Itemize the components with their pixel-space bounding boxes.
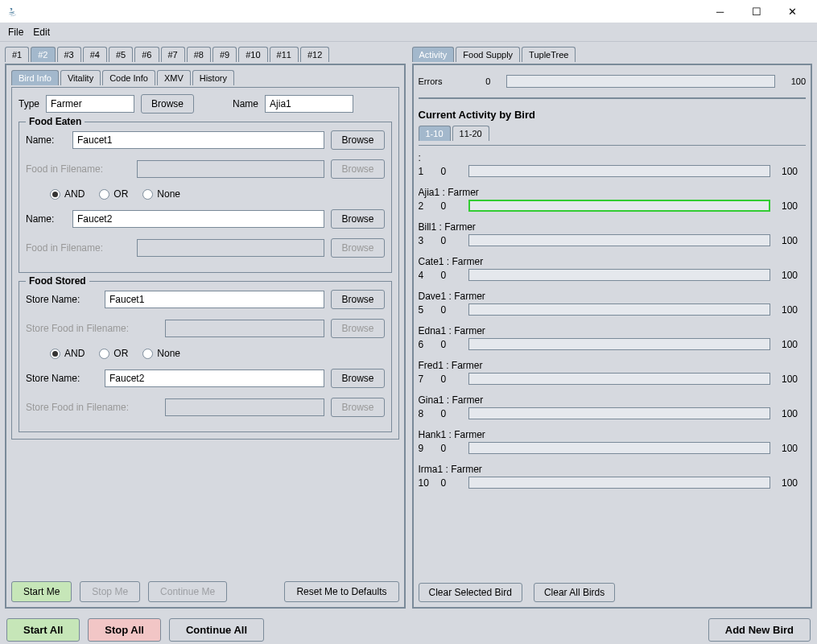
activity-max: 100 bbox=[782, 339, 806, 350]
add-new-bird-button[interactable]: Add New Bird bbox=[708, 618, 811, 642]
activity-value: 0 bbox=[441, 339, 457, 350]
activity-row-10[interactable]: Irma1 : Farmer100100 bbox=[419, 462, 807, 489]
minimize-button[interactable]: ─ bbox=[702, 0, 738, 23]
outer-tab-4[interactable]: #4 bbox=[83, 47, 107, 62]
activity-progressbar bbox=[468, 165, 771, 177]
activity-row-2[interactable]: Ajia1 : Farmer20100 bbox=[419, 185, 807, 212]
activity-progressbar bbox=[468, 234, 771, 246]
activity-label: Hank1 : Farmer bbox=[419, 427, 807, 442]
outer-tab-7[interactable]: #7 bbox=[161, 47, 185, 62]
activity-index: 7 bbox=[419, 374, 430, 385]
activity-row-8[interactable]: Gina1 : Farmer80100 bbox=[419, 393, 807, 419]
stop-all-button[interactable]: Stop All bbox=[88, 618, 161, 642]
activity-row-6[interactable]: Edna1 : Farmer60100 bbox=[419, 324, 807, 350]
clear-selected-button[interactable]: Clear Selected Bird bbox=[419, 583, 522, 602]
fe-radio-none[interactable]: None bbox=[142, 188, 180, 200]
fe-browse1-button[interactable]: Browse bbox=[331, 130, 384, 150]
activity-index: 2 bbox=[419, 200, 430, 212]
activity-value: 0 bbox=[441, 443, 457, 454]
activity-label: Irma1 : Farmer bbox=[419, 462, 807, 477]
activity-value: 0 bbox=[441, 270, 457, 281]
page-tab-11-20[interactable]: 11-20 bbox=[452, 126, 489, 141]
start-me-button[interactable]: Start Me bbox=[11, 581, 72, 602]
fe-radio-and[interactable]: AND bbox=[50, 188, 85, 200]
outer-tab-10[interactable]: #10 bbox=[238, 47, 267, 62]
start-all-button[interactable]: Start All bbox=[6, 618, 80, 642]
outer-tabstrip: #1#2#3#4#5#6#7#8#9#10#11#12 bbox=[5, 47, 406, 62]
menu-edit[interactable]: Edit bbox=[33, 27, 50, 38]
name-input[interactable] bbox=[265, 95, 353, 113]
fe-name1-label: Name: bbox=[26, 134, 66, 146]
maximize-button[interactable]: ☐ bbox=[738, 0, 774, 23]
fe-filename2-label: Food in Filename: bbox=[26, 242, 130, 254]
fs-filename2-input bbox=[165, 398, 324, 416]
fs-browse1-button[interactable]: Browse bbox=[331, 290, 384, 309]
inner-tab-code-info[interactable]: Code Info bbox=[102, 70, 155, 85]
type-input[interactable] bbox=[46, 95, 134, 113]
fe-name1-input[interactable] bbox=[72, 131, 324, 149]
fs-radio-or[interactable]: OR bbox=[99, 348, 128, 359]
errors-value: 0 bbox=[458, 76, 490, 86]
activity-row-3[interactable]: Bill1 : Farmer30100 bbox=[419, 220, 807, 246]
fs-radio-none[interactable]: None bbox=[142, 348, 180, 359]
reset-me-button[interactable]: Reset Me to Defaults bbox=[284, 581, 398, 602]
inner-tab-vitality[interactable]: Vitality bbox=[60, 70, 101, 85]
fe-filename2-input bbox=[137, 239, 324, 257]
activity-index: 4 bbox=[419, 270, 430, 281]
fe-name2-input[interactable] bbox=[72, 210, 324, 228]
outer-tab-12[interactable]: #12 bbox=[300, 47, 329, 62]
fs-name2-input[interactable] bbox=[105, 369, 324, 387]
fs-name1-input[interactable] bbox=[105, 291, 324, 308]
activity-progressbar bbox=[468, 303, 771, 316]
outer-tab-8[interactable]: #8 bbox=[187, 47, 211, 62]
activity-max: 100 bbox=[782, 408, 806, 419]
fe-radio-or[interactable]: OR bbox=[99, 188, 128, 200]
inner-tab-bird-info[interactable]: Bird Info bbox=[11, 70, 59, 85]
activity-max: 100 bbox=[782, 304, 806, 316]
fs-browse3-button[interactable]: Browse bbox=[331, 369, 384, 388]
continue-all-button[interactable]: Continue All bbox=[169, 618, 264, 642]
right-tab-tupletree[interactable]: TupleTree bbox=[522, 47, 576, 62]
activity-max: 100 bbox=[782, 200, 806, 212]
stop-me-button: Stop Me bbox=[80, 581, 140, 602]
outer-tab-5[interactable]: #5 bbox=[109, 47, 133, 62]
inner-tab-xmv[interactable]: XMV bbox=[157, 70, 191, 85]
activity-progressbar bbox=[468, 373, 771, 385]
activity-label: : bbox=[419, 151, 807, 165]
fe-browse3-button[interactable]: Browse bbox=[331, 209, 384, 229]
fs-filename2-label: Store Food in Filename: bbox=[26, 402, 159, 413]
activity-list: :10100Ajia1 : Farmer20100Bill1 : Farmer3… bbox=[419, 151, 807, 576]
close-button[interactable]: ✕ bbox=[774, 0, 811, 23]
fe-browse2-button: Browse bbox=[331, 159, 384, 179]
outer-tab-1[interactable]: #1 bbox=[5, 47, 29, 62]
outer-tab-3[interactable]: #3 bbox=[57, 47, 81, 62]
errors-max: 100 bbox=[791, 76, 806, 86]
menu-file[interactable]: File bbox=[8, 27, 23, 38]
food-stored-title: Food Stored bbox=[26, 275, 89, 287]
right-tab-food-supply[interactable]: Food Supply bbox=[456, 47, 520, 62]
activity-label: Dave1 : Farmer bbox=[419, 289, 807, 303]
outer-tab-6[interactable]: #6 bbox=[134, 47, 159, 62]
activity-header: Current Activity by Bird bbox=[419, 109, 807, 121]
outer-tab-2[interactable]: #2 bbox=[31, 47, 55, 62]
activity-row-4[interactable]: Cate1 : Farmer40100 bbox=[419, 254, 807, 281]
inner-tabstrip: Bird InfoVitalityCode InfoXMVHistory bbox=[11, 70, 399, 85]
page-tab-1-10[interactable]: 1-10 bbox=[419, 126, 451, 141]
activity-progressbar bbox=[468, 200, 771, 212]
activity-row-5[interactable]: Dave1 : Farmer50100 bbox=[419, 289, 807, 316]
clear-all-button[interactable]: Clear All Birds bbox=[534, 583, 615, 602]
type-browse-button[interactable]: Browse bbox=[141, 94, 194, 114]
outer-tab-11[interactable]: #11 bbox=[270, 47, 299, 62]
activity-row-7[interactable]: Fred1 : Farmer70100 bbox=[419, 358, 807, 385]
activity-value: 0 bbox=[441, 374, 457, 385]
fe-browse4-button: Browse bbox=[331, 238, 384, 258]
outer-tab-9[interactable]: #9 bbox=[213, 47, 237, 62]
name-label: Name bbox=[233, 98, 258, 109]
right-tab-activity[interactable]: Activity bbox=[412, 47, 455, 62]
activity-row-9[interactable]: Hank1 : Farmer90100 bbox=[419, 427, 807, 454]
activity-row-1[interactable]: :10100 bbox=[419, 151, 807, 177]
inner-tab-history[interactable]: History bbox=[192, 70, 234, 85]
activity-index: 5 bbox=[419, 304, 430, 316]
fs-radio-and[interactable]: AND bbox=[50, 348, 85, 359]
activity-label: Fred1 : Farmer bbox=[419, 358, 807, 373]
